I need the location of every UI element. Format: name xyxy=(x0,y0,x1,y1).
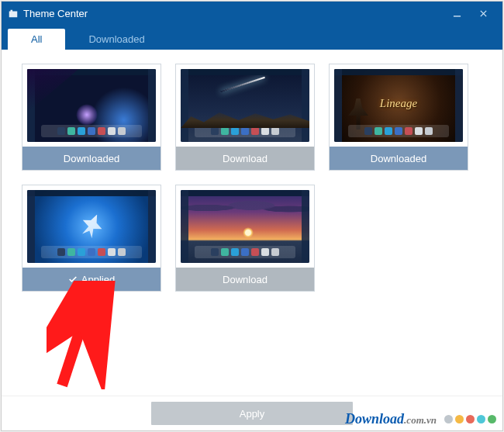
theme-status: Downloaded xyxy=(22,147,161,170)
app-icon xyxy=(8,8,19,19)
theme-thumbnail xyxy=(22,64,161,147)
theme-status: Download xyxy=(176,147,314,170)
theme-grid: Downloaded Download Li xyxy=(22,64,482,292)
tab-bar: All Downloaded xyxy=(2,25,502,50)
status-label: Applied xyxy=(81,274,115,285)
theme-thumbnail xyxy=(22,185,161,268)
close-button[interactable] xyxy=(470,2,496,25)
theme-card[interactable]: Download xyxy=(175,185,315,292)
theme-status: Downloaded xyxy=(330,147,468,170)
theme-status: Download xyxy=(176,268,314,291)
theme-thumbnail xyxy=(176,185,314,268)
theme-logo-text: Lineage xyxy=(334,97,463,110)
minimize-button[interactable] xyxy=(444,2,470,25)
tab-downloaded[interactable]: Downloaded xyxy=(65,29,167,50)
svg-rect-0 xyxy=(453,16,460,16)
status-label: Downloaded xyxy=(64,153,119,164)
apply-label: Apply xyxy=(240,408,265,420)
status-label: Downloaded xyxy=(371,153,426,164)
apply-button[interactable]: Apply xyxy=(151,402,353,425)
theme-card[interactable]: Applied xyxy=(22,185,161,292)
theme-card[interactable]: Downloaded xyxy=(22,64,161,171)
content-area: Downloaded Download Li xyxy=(2,50,502,396)
status-label: Download xyxy=(223,153,268,164)
status-label: Download xyxy=(223,274,268,285)
window: Theme Center All Downloaded Downloaded xyxy=(1,1,503,431)
tab-all[interactable]: All xyxy=(8,29,65,50)
check-icon xyxy=(68,275,78,284)
theme-card[interactable]: Lineage Downloaded xyxy=(329,64,468,171)
theme-thumbnail xyxy=(176,64,314,147)
titlebar: Theme Center xyxy=(2,2,502,25)
window-title: Theme Center xyxy=(23,8,88,19)
theme-card[interactable]: Download xyxy=(175,64,315,171)
theme-status: Applied xyxy=(22,268,161,291)
theme-thumbnail: Lineage xyxy=(330,64,468,147)
footer: Apply xyxy=(2,396,502,430)
